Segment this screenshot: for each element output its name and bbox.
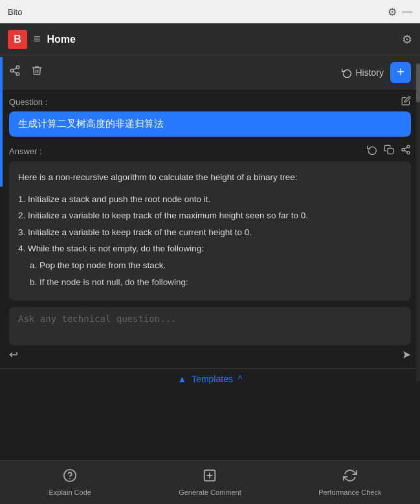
- question-section-header: Question :: [9, 96, 411, 108]
- svg-line-9: [404, 150, 408, 152]
- scrollbar-track[interactable]: [416, 57, 420, 381]
- performance-check-icon: [343, 468, 357, 486]
- templates-chevron: ^: [238, 374, 243, 384]
- answer-intro-text: Here is a non-recursive algorithm to cal…: [18, 170, 402, 185]
- header-settings-icon[interactable]: ⚙: [402, 32, 412, 47]
- templates-section: ▲ Templates ^: [0, 368, 420, 388]
- history-button[interactable]: History: [342, 67, 384, 78]
- toolbar-right: History +: [342, 62, 411, 83]
- main-content: Question : 生成计算二叉树高度的非递归算法 Answer :: [0, 89, 420, 301]
- step-4b: b. If the node is not null, do the follo…: [30, 277, 188, 287]
- settings-icon[interactable]: ⚙: [388, 6, 397, 18]
- answer-action-icons: [367, 144, 411, 157]
- list-item: 3. Initialize a variable to keep track o…: [18, 225, 402, 240]
- svg-line-4: [13, 68, 16, 70]
- title-bar: Bito ⚙ —: [0, 0, 420, 23]
- list-item: 2. Initialize a variable to keep track o…: [18, 209, 402, 223]
- list-item: 1. Initialize a stack and push the root …: [18, 192, 402, 207]
- bottom-nav: Explain Code Generate Comment Performanc…: [0, 460, 420, 504]
- refresh-answer-icon[interactable]: [367, 144, 377, 157]
- answer-label: Answer :: [9, 146, 42, 156]
- app-title: Bito: [8, 7, 22, 17]
- window-controls: ⚙ —: [388, 6, 412, 18]
- ask-input-area: [9, 307, 411, 345]
- answer-box: Here is a non-recursive algorithm to cal…: [9, 161, 411, 301]
- delete-toolbar-icon[interactable]: [31, 65, 43, 80]
- answer-section-header: Answer :: [9, 144, 411, 157]
- edit-question-icon[interactable]: [401, 96, 411, 108]
- generate-comment-icon: [203, 468, 217, 486]
- share-toolbar-icon[interactable]: [9, 65, 21, 80]
- question-box: 生成计算二叉树高度的非递归算法: [9, 111, 411, 137]
- generate-comment-label: Generate Comment: [179, 488, 241, 496]
- add-button[interactable]: +: [390, 62, 411, 83]
- bito-logo: B: [8, 30, 27, 49]
- list-item: a. Pop the top node from the stack.: [30, 258, 402, 273]
- list-item: 4. While the stack is not empty, do the …: [18, 242, 402, 256]
- copy-answer-icon[interactable]: [384, 144, 394, 157]
- app-header: B ≡ Home ⚙: [0, 23, 420, 56]
- step-2: 2. Initialize a variable to keep track o…: [18, 211, 308, 220]
- send-icon[interactable]: ➤: [402, 348, 411, 361]
- svg-line-10: [404, 147, 408, 149]
- ask-technical-input[interactable]: [18, 314, 402, 337]
- share-answer-icon[interactable]: [401, 144, 411, 157]
- toolbar: History +: [0, 56, 420, 89]
- explain-code-label: Explain Code: [49, 488, 91, 496]
- question-text: 生成计算二叉树高度的非递归算法: [18, 118, 164, 129]
- nav-item-performance-check[interactable]: Performance Check: [280, 468, 420, 496]
- list-item: b. If the node is not null, do the follo…: [30, 275, 402, 290]
- step-1: 1. Initialize a stack and push the root …: [18, 194, 210, 204]
- step-4: 4. While the stack is not empty, do the …: [18, 244, 204, 253]
- templates-label-text: Templates: [192, 374, 233, 384]
- ask-footer: ↩ ➤: [0, 345, 420, 364]
- step-3: 3. Initialize a variable to keep track o…: [18, 227, 252, 237]
- step-4a: a. Pop the top node from the stack.: [30, 260, 166, 270]
- hamburger-icon[interactable]: ≡: [34, 32, 41, 46]
- minimize-icon[interactable]: —: [402, 6, 412, 17]
- undo-icon[interactable]: ↩: [9, 348, 18, 361]
- templates-triangle-icon: ▲: [178, 374, 187, 384]
- scrollbar-thumb[interactable]: [416, 63, 420, 102]
- svg-rect-5: [388, 148, 393, 154]
- explain-code-icon: [63, 468, 77, 486]
- nav-item-explain-code[interactable]: Explain Code: [0, 468, 140, 496]
- header-left: B ≡ Home: [8, 30, 76, 49]
- toolbar-left: [9, 65, 43, 80]
- left-accent-bar: [0, 57, 3, 187]
- answer-steps-list: 1. Initialize a stack and push the root …: [18, 192, 402, 290]
- templates-button[interactable]: ▲ Templates ^: [178, 374, 243, 384]
- nav-item-generate-comment[interactable]: Generate Comment: [140, 468, 280, 496]
- home-label: Home: [47, 34, 76, 45]
- history-label: History: [355, 67, 384, 78]
- question-label: Question :: [9, 97, 47, 107]
- svg-line-3: [13, 71, 16, 73]
- performance-check-label: Performance Check: [318, 488, 381, 496]
